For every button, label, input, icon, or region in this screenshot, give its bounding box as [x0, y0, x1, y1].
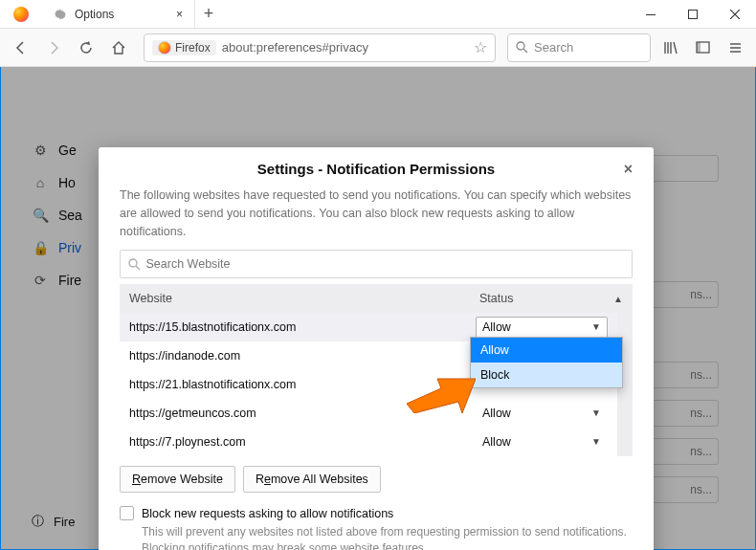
search-website-input[interactable] — [146, 257, 624, 271]
svg-point-5 — [129, 259, 137, 267]
reload-button[interactable] — [73, 34, 100, 61]
forward-button[interactable] — [40, 34, 67, 61]
tab-title: Options — [75, 8, 114, 21]
firefox-logo-icon — [13, 7, 29, 22]
status-dropdown[interactable]: Allow▼ — [476, 403, 608, 424]
browser-toolbar: Firefox about:preferences#privacy ☆ Sear… — [0, 29, 756, 67]
col-status[interactable]: Status▲ — [479, 292, 623, 305]
search-icon — [516, 41, 528, 54]
site-url: https://indanode.com — [129, 349, 240, 363]
dropdown-option-block[interactable]: Block — [471, 363, 622, 387]
status-dropdown[interactable]: Allow▼ — [476, 431, 608, 452]
app-logo-area — [0, 7, 42, 22]
firefox-logo-sm-icon — [158, 41, 171, 55]
chevron-down-icon: ▼ — [591, 321, 601, 332]
preferences-page: ⚙Ge ⌂Ho 🔍Sea 🔒Priv ⟳Fire ns... ns... ns.… — [1, 67, 755, 549]
close-window-button[interactable] — [714, 0, 756, 29]
back-button[interactable] — [8, 34, 34, 61]
table-row[interactable]: https://7.ploynest.com Allow▼ — [120, 428, 617, 456]
window-controls — [630, 0, 756, 29]
browser-tab[interactable]: Options × — [42, 0, 195, 28]
menu-button[interactable] — [722, 34, 748, 61]
dropdown-option-allow[interactable]: Allow — [471, 338, 622, 363]
status-dropdown[interactable]: Allow▼ — [476, 317, 608, 338]
dialog-description: The following websites have requested to… — [120, 187, 633, 240]
site-url: https://21.blastnotificationx.com — [129, 378, 296, 391]
svg-rect-4 — [697, 42, 700, 53]
gear-icon — [54, 8, 67, 21]
search-bar[interactable]: Search — [507, 33, 651, 62]
svg-point-2 — [517, 42, 524, 50]
site-url: https://getmeuncos.com — [129, 407, 256, 420]
url-text: about:preferences#privacy — [222, 40, 368, 55]
identity-badge[interactable]: Firefox — [152, 40, 216, 55]
chevron-down-icon: ▼ — [591, 436, 601, 447]
block-new-requests-row: Block new requests asking to allow notif… — [120, 506, 633, 520]
block-new-checkbox[interactable] — [120, 506, 134, 520]
remove-buttons-row: Remove Website Remove All Websites — [120, 466, 633, 493]
sidebar-button[interactable] — [689, 34, 716, 61]
library-button[interactable] — [656, 34, 683, 61]
site-url: https://15.blastnotificationx.com — [129, 320, 296, 334]
search-placeholder: Search — [534, 40, 573, 55]
titlebar: Options × + — [0, 0, 756, 29]
search-website-field[interactable] — [120, 250, 633, 278]
bookmark-star-icon[interactable]: ☆ — [474, 38, 487, 56]
svg-rect-1 — [689, 10, 698, 18]
remove-all-websites-button[interactable]: Remove All Websites — [243, 466, 381, 493]
table-header: Website Status▲ — [120, 284, 633, 313]
block-new-note: This will prevent any websites not liste… — [142, 524, 633, 550]
block-new-label[interactable]: Block new requests asking to allow notif… — [142, 507, 393, 520]
home-button[interactable] — [105, 34, 132, 61]
dialog-close-button[interactable]: × — [624, 161, 633, 178]
remove-website-button[interactable]: Remove Website — [120, 466, 235, 493]
chevron-down-icon: ▼ — [591, 407, 601, 418]
svg-rect-0 — [646, 14, 656, 15]
address-bar[interactable]: Firefox about:preferences#privacy ☆ — [144, 33, 496, 62]
col-website[interactable]: Website — [129, 292, 172, 305]
maximize-button[interactable] — [672, 0, 714, 29]
dialog-title: Settings - Notification Permissions × — [120, 161, 633, 177]
minimize-button[interactable] — [630, 0, 672, 29]
tab-close-button[interactable]: × — [176, 8, 183, 21]
search-icon — [128, 258, 141, 271]
sort-caret-icon: ▲ — [613, 294, 623, 304]
new-tab-button[interactable]: + — [195, 1, 222, 28]
status-dropdown-menu: Allow Block — [470, 337, 623, 388]
site-url: https://7.ploynest.com — [129, 435, 246, 449]
table-row[interactable]: https://getmeuncos.com Allow▼ — [120, 399, 617, 428]
